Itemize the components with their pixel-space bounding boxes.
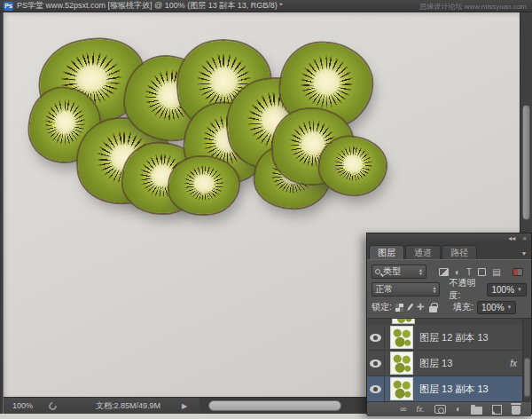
delete-layer-icon[interactable]	[512, 406, 520, 415]
dropdown-arrows-icon: ▲▼	[419, 268, 423, 275]
tab-channels[interactable]: 通道	[405, 245, 441, 259]
kiwi-slice	[169, 157, 239, 214]
layer-row[interactable]: 图层 13 副本 13	[367, 376, 522, 401]
horizontal-scrollbar-thumb[interactable]	[208, 400, 341, 411]
lock-pixels-icon[interactable]	[406, 303, 414, 312]
panel-header: ◂◂ ×	[367, 233, 531, 243]
type-layer-filter-icon[interactable]: T	[466, 267, 472, 277]
opacity-label: 不透明度:	[449, 277, 483, 302]
layers-panel: ◂◂ × 图层 通道 路径 ▾ 类型 ▲▼ ◐ T	[366, 233, 532, 415]
status-forward-icon[interactable]: ▶	[182, 402, 187, 410]
close-panel-icon[interactable]: ×	[522, 235, 527, 242]
lock-all-icon[interactable]	[429, 306, 437, 312]
smart-object-filter-icon[interactable]: ▤	[492, 267, 500, 277]
lock-label: 锁定:	[372, 301, 392, 313]
watermark-text: 思缘设计论坛 www.missyuan.com	[420, 2, 527, 12]
filter-toggle-icon[interactable]	[512, 268, 523, 276]
title-bar[interactable]: Ps PS学堂 www.52psxt.com [猕猴桃字效] @ 100% (图…	[0, 0, 532, 12]
dropdown-arrows-icon: ▲▼	[432, 286, 436, 293]
layer-name: 图层 13 副本 13	[419, 383, 489, 396]
chevron-down-icon: ▼	[507, 304, 512, 310]
blend-row: 正常 ▲▼ 不透明度: 100% ▼	[372, 281, 527, 298]
panel-tabs: 图层 通道 路径 ▾	[367, 243, 531, 259]
photoshop-document-window: Ps PS学堂 www.52psxt.com [猕猴桃字效] @ 100% (图…	[0, 0, 532, 419]
layer-list-scrollbar[interactable]	[522, 319, 531, 401]
fill-label: 填充:	[453, 301, 473, 313]
visibility-toggle[interactable]	[367, 351, 385, 376]
fill-value[interactable]: 100% ▼	[477, 301, 517, 314]
panel-menu-icon[interactable]: ▾	[519, 249, 529, 259]
layer-thumbnail[interactable]	[390, 352, 413, 375]
visibility-toggle[interactable]	[367, 325, 385, 350]
eye-icon	[370, 334, 381, 342]
pixel-layer-filter-icon[interactable]	[439, 268, 449, 276]
document-size-info: 文档:2.85M/49.9M	[96, 400, 160, 412]
fill-text: 100%	[481, 303, 505, 312]
collapse-panel-icon[interactable]: ◂◂	[508, 235, 515, 242]
clipped-layer-thumbnail	[392, 319, 415, 324]
fx-icon[interactable]: fx.	[416, 405, 425, 414]
chevron-down-icon: ▼	[517, 287, 522, 292]
filter-icons: ◐ T ▤	[439, 267, 523, 277]
new-layer-icon[interactable]	[492, 405, 502, 415]
lock-position-icon[interactable]: ✛	[417, 303, 424, 312]
eye-icon	[370, 360, 381, 368]
opacity-text: 100%	[491, 285, 514, 295]
layer-thumbnail[interactable]	[390, 377, 413, 400]
refresh-icon	[47, 400, 59, 412]
vertical-scrollbar-thumb[interactable]	[522, 105, 530, 220]
layer-name: 图层 12 副本 13	[419, 331, 489, 344]
fx-badge: fx	[510, 359, 517, 368]
layer-thumbnail[interactable]	[390, 326, 413, 349]
opacity-value[interactable]: 100% ▼	[487, 283, 527, 296]
layer-list: 图层 12 副本 13图层 13fx图层 13 副本 13	[367, 318, 531, 401]
shape-layer-filter-icon[interactable]	[478, 268, 486, 276]
lock-transparency-icon[interactable]	[395, 304, 403, 312]
adjustment-layer-filter-icon[interactable]: ◐	[455, 267, 460, 277]
filter-type-label: 类型	[383, 265, 401, 278]
photoshop-logo-icon: Ps	[4, 2, 13, 11]
tab-paths[interactable]: 路径	[442, 245, 477, 259]
blend-mode-dropdown[interactable]: 正常 ▲▼	[372, 282, 440, 296]
eye-icon	[370, 385, 381, 393]
new-group-icon[interactable]	[471, 407, 482, 415]
layer-row[interactable]: 图层 13fx	[367, 351, 522, 376]
window-title: PS学堂 www.52psxt.com [猕猴桃字效] @ 100% (图层 1…	[17, 0, 283, 12]
blend-mode-value: 正常	[375, 283, 393, 296]
zoom-level-field[interactable]: 100%	[4, 401, 40, 410]
filter-type-dropdown[interactable]: 类型 ▲▼	[372, 265, 426, 279]
add-mask-icon[interactable]	[434, 405, 446, 414]
layer-row[interactable]: 图层 12 副本 13	[367, 325, 522, 351]
adjustment-layer-icon[interactable]: ◐	[456, 405, 461, 414]
visibility-toggle[interactable]	[367, 376, 385, 401]
link-icon[interactable]: ∞	[400, 405, 406, 414]
layer-list-scrollbar-thumb[interactable]	[524, 358, 530, 397]
layer-controls: 类型 ▲▼ ◐ T ▤ 正常 ▲▼ 不透明度:	[367, 259, 531, 318]
search-icon	[375, 269, 380, 274]
panel-footer: ∞ fx. ◐	[367, 401, 531, 416]
layer-name: 图层 13	[419, 357, 452, 370]
tab-layers[interactable]: 图层	[369, 245, 404, 259]
lock-icons: ✛	[395, 303, 437, 312]
